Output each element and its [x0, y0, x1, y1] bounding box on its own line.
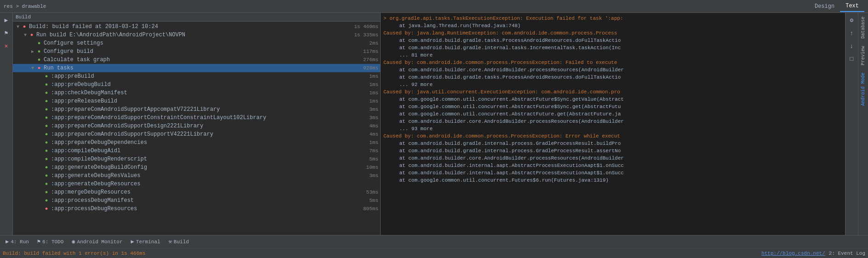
error-line: at com.google.common.util.concurrent.Abs… — [383, 110, 842, 118]
tree-time: 4ms — [365, 132, 378, 137]
toolbar-btn-label-2: Android Monitor — [77, 239, 123, 245]
status-text: Build: build failed with 1 error(s) in 1… — [3, 251, 145, 256]
tree-row-app-process-resources[interactable]: ●:app:processDebugResources805ms — [13, 205, 380, 213]
tree-row-app-compile-renderscript[interactable]: ●:app:compileDebugRenderscript5ms — [13, 155, 380, 163]
tree-row-app-prepare-design[interactable]: ●:app:prepareComAndroidSupportDesign2221… — [13, 122, 380, 130]
tree-row-app-prereleasebuild[interactable]: ●:app:preReleaseBuild1ms — [13, 97, 380, 105]
tree-time: 1ms — [365, 74, 378, 79]
tree-label: :app:generateDebugBuildConfig — [51, 164, 363, 171]
build-header-label: Build — [16, 14, 31, 20]
tree-time: 1ms — [365, 98, 378, 104]
toolbar-btn-2[interactable]: ◉Android Monitor — [68, 237, 126, 246]
tree-time: 3ms — [365, 107, 378, 112]
tree-toggle — [37, 90, 43, 96]
tree-row-run-tasks[interactable]: ▼●Run tasks928ms — [13, 64, 380, 72]
tree-label: :app:compileDebugRenderscript — [51, 156, 365, 162]
run-icon[interactable]: ▶ — [1, 15, 12, 26]
tree-row-app-prepare-constraint[interactable]: ●:app:prepareComAndroidSupportConstraint… — [13, 114, 380, 122]
error-status-icon: ● — [36, 65, 42, 71]
tree-toggle — [37, 81, 43, 88]
tree-row-calculate-task[interactable]: ●Calculate task graph276ms — [13, 56, 380, 64]
success-status-icon: ● — [43, 172, 50, 179]
tree-row-build-root[interactable]: ▼●Build: build failed at 2018-03-12 10:2… — [13, 23, 380, 31]
scroll-down-icon[interactable]: ↓ — [846, 40, 857, 52]
tree-row-app-compile-aidl[interactable]: ●:app:compileDebugAidl7ms — [13, 147, 380, 155]
success-status-icon: ● — [43, 189, 50, 195]
tree-time: 1ms — [365, 82, 378, 87]
tree-row-app-checkdebugmanifest[interactable]: ●:app:checkDebugManifest1ms — [13, 89, 380, 97]
tree-toggle — [37, 164, 43, 171]
tree-row-configure-settings[interactable]: ●Configure settings2ms — [13, 39, 380, 47]
tree-toggle — [29, 40, 36, 46]
error-line: at com.android.builder.internal.aapt.Abs… — [383, 169, 842, 177]
tree-row-app-predebugbuild[interactable]: ●:app:preDebugBuild1ms — [13, 80, 380, 89]
tree-time: 928ms — [360, 65, 378, 71]
tree-label: Calculate task graph — [44, 57, 360, 63]
tree-label: Run build E:\AndroidPath\AndroidProject\… — [36, 32, 350, 38]
tree-time: 5ms — [365, 198, 378, 203]
tree-row-app-merge-resources[interactable]: ●:app:mergeDebugResources53ms — [13, 188, 380, 196]
tree-toggle — [37, 197, 43, 204]
status-url[interactable]: http://blog.csdn.net/ — [761, 251, 825, 256]
error-line: at com.android.build.gradle.internal.pro… — [383, 140, 842, 147]
toolbar-btn-icon-3: ▶ — [131, 238, 134, 245]
tree-time: 2ms — [365, 40, 378, 46]
tree-toggle: ▼ — [29, 65, 36, 71]
database-tab[interactable]: Database — [859, 13, 867, 42]
tree-toggle — [37, 148, 43, 154]
tree-time: 1s 335ms — [350, 32, 378, 38]
tree-row-app-generate-resources[interactable]: ●:app:generateDebugResources — [13, 180, 380, 188]
tree-row-configure-build[interactable]: ▶●Configure build117ms — [13, 47, 380, 56]
error-line: ... 93 more — [383, 125, 842, 132]
success-status-icon: ● — [43, 197, 50, 204]
tree-label: :app:generateDebugResValues — [51, 172, 365, 179]
tree-row-app-generate-resvalues[interactable]: ●:app:generateDebugResValues3ms — [13, 172, 380, 180]
toolbar-btn-0[interactable]: ▶4: Run — [2, 237, 33, 246]
tree-label: :app:prepareComAndroidSupportSupportV422… — [51, 131, 365, 138]
toolbar-btn-label-0: 4: Run — [11, 239, 29, 245]
tree-label: :app:mergeDebugResources — [51, 189, 363, 195]
tree-toggle: ▼ — [15, 23, 21, 30]
toolbar-btn-3[interactable]: ▶Terminal — [127, 237, 164, 246]
close-icon[interactable]: ✕ — [1, 40, 12, 52]
top-tab-bar: res > drawable Design Text — [0, 0, 868, 13]
tree-row-app-prepare-supportv4[interactable]: ●:app:prepareComAndroidSupportSupportV42… — [13, 130, 380, 138]
scroll-up-icon[interactable]: ↑ — [846, 28, 857, 39]
tree-label: :app:processDebugManifest — [51, 197, 365, 204]
error-line: at com.android.build.gradle.tasks.Proces… — [383, 74, 842, 81]
tree-row-app-process-manifest[interactable]: ●:app:processDebugManifest5ms — [13, 196, 380, 205]
success-status-icon: ● — [36, 57, 42, 63]
preview-tab[interactable]: Preview — [859, 42, 867, 69]
error-line: > org.gradle.api.tasks.TaskExecutionExce… — [383, 15, 842, 22]
success-status-icon: ● — [43, 98, 50, 104]
event-log-label[interactable]: 2: Event Log — [829, 251, 865, 256]
error-line: at com.google.common.util.concurrent.Fut… — [383, 177, 842, 184]
error-line: at com.android.builder.core.AndroidBuild… — [383, 66, 842, 74]
tree-row-app-prepare-debug-deps[interactable]: ●:app:prepareDebugDependencies1ms — [13, 138, 380, 147]
tree-toggle — [37, 106, 43, 113]
tree-toggle — [37, 123, 43, 129]
tree-time: 276ms — [360, 57, 378, 63]
tree-row-run-build[interactable]: ▼●Run build E:\AndroidPath\AndroidProjec… — [13, 31, 380, 39]
tree-row-app-prebuild[interactable]: ●:app:preBuild1ms — [13, 72, 380, 80]
error-line: at com.android.builder.core.AndroidBuild… — [383, 155, 842, 162]
tree-label: Run tasks — [44, 65, 360, 71]
toolbar-btn-4[interactable]: ⚒Build — [165, 237, 193, 246]
window-icon[interactable]: □ — [846, 53, 857, 64]
success-status-icon: ● — [43, 181, 50, 187]
tab-design[interactable]: Design — [809, 1, 840, 11]
tree-row-app-generate-buildconfig[interactable]: ●:app:generateDebugBuildConfig10ms — [13, 163, 380, 172]
build-tree[interactable]: ▼●Build: build failed at 2018-03-12 10:2… — [13, 22, 380, 235]
tree-row-app-prepare-appcompat[interactable]: ●:app:prepareComAndroidSupportAppcompatV… — [13, 105, 380, 114]
settings-icon[interactable]: ⚙ — [846, 15, 857, 26]
right-labels: Database Preview Android Mode — [858, 13, 868, 235]
success-status-icon: ● — [43, 148, 50, 154]
tab-text[interactable]: Text — [840, 1, 864, 12]
flag-icon[interactable]: ⚑ — [1, 28, 12, 39]
toolbar-btn-1[interactable]: ⚑6: TODO — [34, 237, 67, 246]
tree-label: :app:prepareComAndroidSupportAppcompatV7… — [51, 106, 365, 113]
android-mode-tab[interactable]: Android Mode — [859, 69, 867, 109]
bottom-toolbar: ▶4: Run⚑6: TODO◉Android Monitor▶Terminal… — [0, 235, 868, 248]
tree-toggle — [37, 181, 43, 187]
error-output-panel: > org.gradle.api.tasks.TaskExecutionExce… — [381, 13, 845, 235]
